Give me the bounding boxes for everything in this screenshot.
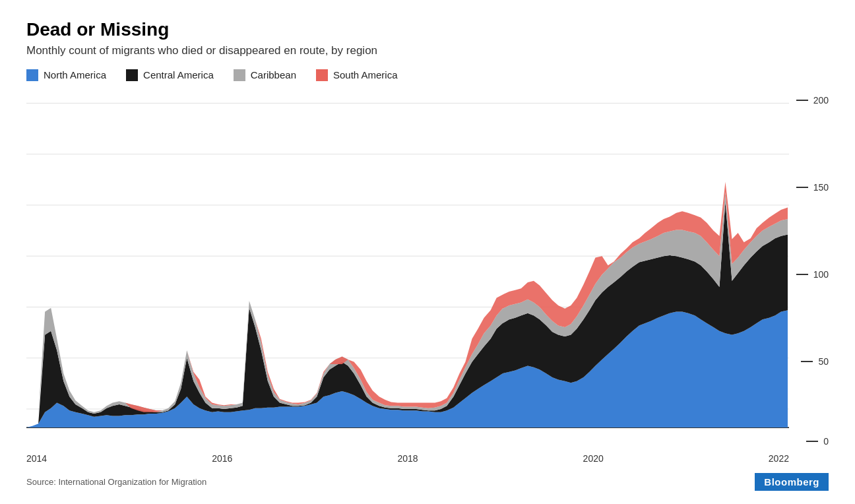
chart-title: Dead or Missing <box>26 20 829 40</box>
central-america-swatch <box>126 69 138 81</box>
x-label-2020: 2020 <box>583 453 604 464</box>
y-tick-line-200 <box>796 100 808 101</box>
south-america-swatch <box>316 69 328 81</box>
y-tick-200: 200 <box>796 95 829 106</box>
y-tick-label-100: 100 <box>813 269 829 280</box>
y-tick-0: 0 <box>806 436 829 447</box>
x-axis: 2014 2016 2018 2020 2022 <box>26 453 829 464</box>
page-container: Dead or Missing Monthly count of migrant… <box>0 0 855 504</box>
x-label-2014: 2014 <box>26 453 47 464</box>
x-label-2018: 2018 <box>397 453 418 464</box>
y-tick-label-150: 150 <box>813 182 829 193</box>
source-bar: Source: International Organization for M… <box>26 473 829 491</box>
y-tick-label-200: 200 <box>813 95 829 106</box>
chart-subtitle: Monthly count of migrants who died or di… <box>26 44 829 57</box>
x-label-2016: 2016 <box>212 453 232 464</box>
y-tick-label-0: 0 <box>823 436 829 447</box>
y-tick-50: 50 <box>801 356 829 367</box>
source-text: Source: International Organization for M… <box>26 477 206 487</box>
legend: North America Central America Caribbean … <box>26 69 829 81</box>
caribbean-label: Caribbean <box>251 69 296 80</box>
chart-svg <box>26 88 789 451</box>
y-tick-line-150 <box>796 187 808 188</box>
central-america-label: Central America <box>143 69 214 80</box>
y-tick-150: 150 <box>796 182 829 193</box>
legend-item-north-america: North America <box>26 69 106 81</box>
y-tick-100: 100 <box>796 269 829 280</box>
legend-item-caribbean: Caribbean <box>234 69 296 81</box>
north-america-label: North America <box>44 69 106 80</box>
legend-item-central-america: Central America <box>126 69 214 81</box>
chart-area: 200 150 100 50 0 <box>26 88 829 451</box>
north-america-swatch <box>26 69 38 81</box>
legend-item-south-america: South America <box>316 69 398 81</box>
y-tick-label-50: 50 <box>818 356 829 367</box>
caribbean-swatch <box>234 69 245 81</box>
x-label-2022: 2022 <box>769 453 789 464</box>
south-america-label: South America <box>333 69 398 80</box>
bloomberg-badge: Bloomberg <box>755 473 829 491</box>
chart-inner <box>26 88 789 451</box>
y-tick-line-0 <box>806 441 818 442</box>
y-tick-line-50 <box>801 361 813 362</box>
y-axis: 200 150 100 50 0 <box>789 88 829 451</box>
y-tick-line-100 <box>796 274 808 275</box>
